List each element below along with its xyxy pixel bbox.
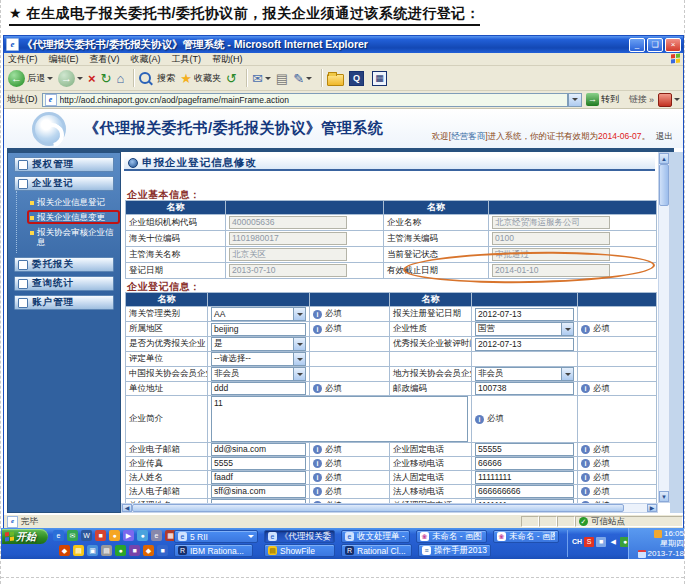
horizontal-scrollbar[interactable]: ◀ ▶ [121,503,658,513]
address-dropdown-button[interactable] [568,93,582,107]
close-button[interactable]: × [665,38,681,52]
taskbar-button[interactable]: e5 RII [174,530,258,543]
quicklaunch-shield-icon[interactable]: ■ [95,530,106,541]
folder-button[interactable] [327,71,344,86]
text-input[interactable]: 2012-07-13 [475,338,574,351]
text-input[interactable]: 666666666 [475,485,574,498]
menu-item-1[interactable]: 编辑(E) [49,53,79,66]
text-input[interactable]: 66666 [475,457,574,470]
taskbar-button[interactable]: ≡操作手册2013... [418,544,491,557]
text-input[interactable]: 5555 [211,457,306,470]
sidebar-button-1[interactable]: 企业登记 [14,176,114,191]
dropdown-select[interactable]: 国营 [475,322,574,336]
edit-button[interactable]: ✎ [293,71,312,86]
dropdown-button[interactable] [561,323,573,335]
home-button[interactable]: ⌂ [117,71,125,86]
quicklaunch-notes-icon[interactable]: ▤ [101,545,112,556]
refresh-button[interactable]: ↻ [101,71,112,86]
menu-item-4[interactable]: 工具(T) [172,53,202,66]
app-tray-icon[interactable]: ■ [596,537,606,547]
quicklaunch-green-app-icon[interactable]: ● [115,545,126,556]
dropdown-select[interactable]: 非会员 [475,367,574,381]
taskbar-button[interactable]: RRational Cl... [341,544,412,557]
address-input[interactable]: e http://aod.chinaport.gov.cn/aod/pagefr… [42,93,568,107]
maximize-button[interactable]: ❏ [647,38,663,52]
text-input[interactable]: faadf [211,471,306,484]
sidebar-button-2[interactable]: 委托报关 [14,257,114,272]
taskbar-button[interactable]: ❀未命名 - 画图 [493,530,559,543]
dropdown-button[interactable] [293,308,305,320]
quicklaunch-user-icon[interactable]: ● [137,530,148,541]
text-input[interactable]: 55555 [475,443,574,456]
sidebar-button-4[interactable]: 账户管理 [14,295,114,310]
quicklaunch-mail-icon[interactable]: ✉ [67,530,78,541]
sidebar-button-3[interactable]: 查询统计 [14,276,114,291]
print-button[interactable]: ▤ [276,71,288,86]
addon-icon[interactable] [658,93,672,107]
company-intro-textarea[interactable]: 11 [211,396,468,442]
quicklaunch-pc-icon[interactable]: ▣ [87,545,98,556]
logout-link[interactable]: 退出 [656,131,673,141]
quicklaunch-folder-icon[interactable]: ▤ [73,545,84,556]
menu-item-3[interactable]: 收藏(A) [131,53,161,66]
dropdown-button[interactable] [293,338,305,350]
quicklaunch-blue-app-icon[interactable]: ■ [157,545,168,556]
taskbar-button[interactable]: ❀未命名 - 画图 [416,530,487,543]
dropdown-select[interactable]: 非会员 [211,367,306,381]
minimize-button[interactable]: _ [629,38,645,52]
dropdown-select[interactable]: AA [211,307,306,321]
sidebar-subitem-0[interactable]: 报关企业信息登记 [29,196,118,208]
vertical-scrollbar[interactable]: ▲ ▼ [658,152,670,503]
taskbar-button[interactable]: ▤ShowFile [264,544,335,557]
taskbar-button[interactable]: e《代理报关委... [264,530,335,543]
volume-icon[interactable]: ◀ [608,537,618,547]
scroll-down-button[interactable]: ▼ [659,491,669,502]
mail-button[interactable]: ✉ [252,71,271,86]
quicklaunch-purple-app-icon[interactable]: ■ [129,545,140,556]
search-button[interactable]: 搜索 [139,72,175,85]
quicklaunch-browser-icon[interactable]: e [151,530,162,541]
text-input[interactable]: 11111111 [475,471,574,484]
text-input[interactable]: sff@sina.com [211,485,306,498]
quicklaunch-orange-app-icon[interactable]: ◆ [143,545,154,556]
text-input[interactable]: dd@sina.com [211,443,306,456]
plugin-q-button[interactable]: Q [349,71,367,86]
text-input[interactable]: 2012-07-13 [475,308,574,321]
menu-item-0[interactable]: 文件(F) [8,53,38,66]
sidebar-button-0[interactable]: 授权管理 [14,157,114,172]
dropdown-select[interactable]: 是 [211,337,306,351]
quicklaunch-diamond-icon[interactable]: ◆ [59,545,70,556]
quicklaunch-qq-icon[interactable]: ● [109,530,120,541]
go-button[interactable]: → 转到 [586,93,619,106]
plugin-grid-button[interactable]: ▦ [372,71,390,86]
menu-item-2[interactable]: 查看(V) [90,53,120,66]
back-button[interactable]: ← 后退 [8,70,53,87]
forward-button[interactable]: → [58,70,83,87]
text-input[interactable]: 100738 [475,382,574,395]
horizontal-scroll-thumb[interactable] [132,504,624,512]
quicklaunch-media-icon[interactable]: ▶ [123,530,134,541]
quicklaunch-word-icon[interactable]: W [81,530,92,541]
taskbar-button[interactable]: RIBM Rationa... [174,544,253,557]
ime-indicator[interactable]: CH [572,537,582,547]
menu-item-5[interactable]: 帮助(H) [212,53,243,66]
text-input[interactable]: beijing [211,323,306,336]
sogou-icon[interactable]: S [584,537,594,547]
dropdown-button[interactable] [561,368,573,380]
history-button[interactable]: ↺ [226,71,237,86]
quicklaunch-ie-icon[interactable]: e [53,530,64,541]
sidebar-subitem-2[interactable]: 报关协会审核企业信息 [29,226,118,248]
taskbar-button[interactable]: e收文处理单 -... [341,530,410,543]
scroll-left-button[interactable]: ◀ [122,504,132,512]
scroll-right-button[interactable]: ▶ [647,504,657,512]
scroll-up-button[interactable]: ▲ [659,153,669,164]
dropdown-button[interactable] [293,353,305,365]
links-chevron-icon[interactable]: » [649,95,654,105]
links-label[interactable]: 链接 [629,93,647,106]
dropdown-select[interactable]: --请选择-- [211,352,306,366]
vertical-scroll-thumb[interactable] [659,164,669,206]
stop-button[interactable]: × [88,71,96,86]
text-input[interactable]: ddd [211,382,306,395]
sidebar-subitem-1[interactable]: 报关企业信息变更 [27,210,120,224]
dropdown-button[interactable] [293,368,305,380]
